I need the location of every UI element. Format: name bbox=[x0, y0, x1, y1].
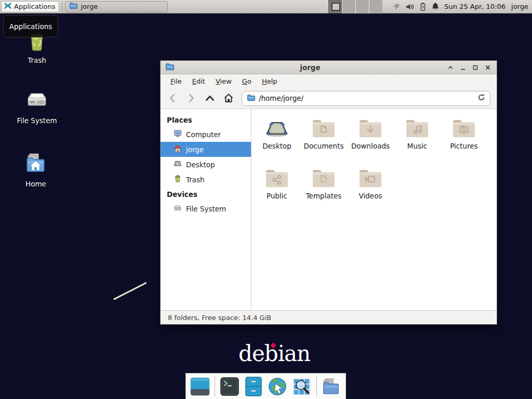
statusbar-text: 8 folders, Free space: 14.4 GiB bbox=[168, 314, 271, 322]
window-content: Places Computer jorge Desktop bbox=[161, 109, 497, 310]
home-icon bbox=[174, 144, 182, 154]
desktop-icon-home[interactable]: Home bbox=[12, 151, 60, 188]
window-title: jorge bbox=[178, 63, 442, 72]
pager-window-thumb bbox=[331, 3, 340, 11]
public-folder-icon bbox=[264, 167, 289, 190]
file-manager-button[interactable] bbox=[244, 377, 263, 396]
folder-label: Documents bbox=[304, 142, 344, 150]
templates-folder-icon bbox=[311, 167, 336, 190]
sidebar-item-jorge[interactable]: jorge bbox=[161, 142, 251, 157]
battery-icon[interactable] bbox=[419, 2, 427, 11]
taskbar-window-label: jorge bbox=[81, 3, 98, 10]
path-bar[interactable]: /home/jorge/ bbox=[242, 91, 490, 106]
web-browser-button[interactable] bbox=[268, 377, 287, 396]
sidebar-item-label: jorge bbox=[186, 145, 204, 154]
window-titlebar[interactable]: jorge bbox=[161, 61, 497, 74]
dock-separator bbox=[316, 376, 317, 397]
panel-clock[interactable]: Sun 25 Apr, 10:06 bbox=[444, 3, 506, 10]
applications-menu-button[interactable]: Applications bbox=[1, 1, 59, 12]
debian-logo: debian bbox=[238, 343, 310, 365]
computer-icon bbox=[174, 129, 182, 139]
directory-menu-button[interactable] bbox=[322, 377, 341, 396]
forward-button[interactable] bbox=[185, 92, 197, 104]
statusbar: 8 folders, Free space: 14.4 GiB bbox=[161, 310, 497, 324]
folder-label: Templates bbox=[306, 192, 342, 200]
notifications-bell-icon[interactable] bbox=[431, 2, 440, 11]
documents-folder-icon bbox=[311, 117, 336, 140]
workspace-4[interactable] bbox=[369, 0, 382, 14]
folder-label: Videos bbox=[359, 192, 382, 200]
reload-icon[interactable] bbox=[477, 94, 485, 103]
desktop-icon bbox=[174, 159, 182, 169]
sidebar-header-places: Places bbox=[161, 113, 251, 127]
window-folder-icon bbox=[165, 62, 174, 73]
applications-tooltip: Applications bbox=[3, 15, 58, 37]
sidebar-header-devices: Devices bbox=[161, 187, 251, 201]
close-button[interactable] bbox=[484, 63, 492, 72]
input-device-icon[interactable] bbox=[391, 2, 401, 11]
sidebar-item-desktop[interactable]: Desktop bbox=[161, 157, 251, 172]
show-desktop-button[interactable] bbox=[190, 377, 210, 396]
trash-icon bbox=[174, 175, 182, 184]
folder-item-music[interactable]: Music bbox=[394, 112, 441, 162]
shade-button[interactable] bbox=[446, 63, 455, 72]
stray-line-artifact bbox=[113, 282, 147, 300]
up-button[interactable] bbox=[204, 92, 216, 104]
application-finder-button[interactable] bbox=[292, 377, 312, 396]
folder-item-downloads[interactable]: Downloads bbox=[347, 112, 394, 162]
workspace-3[interactable] bbox=[355, 0, 369, 14]
music-folder-icon bbox=[405, 117, 430, 140]
menu-file[interactable]: File bbox=[165, 76, 187, 87]
applications-menu-label: Applications bbox=[14, 3, 55, 10]
folder-item-documents[interactable]: Documents bbox=[300, 112, 347, 162]
menubar: File Edit View Go Help bbox=[161, 74, 497, 88]
videos-folder-icon bbox=[358, 167, 383, 190]
desktop-icon bbox=[264, 117, 289, 140]
downloads-folder-icon bbox=[358, 117, 383, 140]
maximize-button[interactable] bbox=[471, 63, 480, 72]
home-button[interactable] bbox=[223, 92, 234, 104]
menu-view[interactable]: View bbox=[210, 76, 237, 87]
folder-item-desktop[interactable]: Desktop bbox=[254, 112, 300, 162]
menu-go[interactable]: Go bbox=[237, 76, 257, 87]
file-manager-window: jorge File Edit View Go Help bbox=[160, 60, 497, 325]
folder-item-templates[interactable]: Templates bbox=[300, 162, 347, 212]
folder-item-pictures[interactable]: Pictures bbox=[441, 112, 487, 162]
panel-handle[interactable] bbox=[60, 2, 64, 12]
sidebar-item-file-system[interactable]: File System bbox=[161, 201, 251, 216]
path-text[interactable]: /home/jorge/ bbox=[259, 94, 474, 102]
desktop-icon-label: Home bbox=[25, 180, 46, 188]
desktop-icon-label: Trash bbox=[28, 56, 46, 64]
desktop-icon-file-system[interactable]: File System bbox=[13, 87, 61, 125]
dock-separator bbox=[215, 376, 215, 397]
sidebar-item-label: Trash bbox=[186, 176, 205, 184]
volume-icon[interactable] bbox=[405, 2, 415, 11]
folder-label: Pictures bbox=[450, 142, 477, 150]
workspace-1[interactable] bbox=[328, 0, 342, 14]
taskbar-window-button[interactable]: jorge bbox=[65, 1, 168, 12]
folder-item-videos[interactable]: Videos bbox=[347, 162, 394, 212]
panel-username[interactable]: jorge bbox=[511, 3, 528, 10]
sidebar-item-trash[interactable]: Trash bbox=[161, 172, 251, 187]
sidebar: Places Computer jorge Desktop bbox=[161, 109, 251, 310]
bottom-dock bbox=[185, 373, 346, 399]
system-tray bbox=[391, 2, 440, 11]
sidebar-item-label: Desktop bbox=[186, 161, 215, 169]
drive-icon bbox=[174, 204, 182, 214]
back-button[interactable] bbox=[167, 92, 178, 104]
folder-item-public[interactable]: Public bbox=[254, 162, 300, 212]
desktop-icon-label: File System bbox=[17, 116, 57, 125]
workspace-2[interactable] bbox=[342, 0, 355, 14]
toolbar: /home/jorge/ bbox=[161, 88, 497, 109]
sidebar-item-computer[interactable]: Computer bbox=[161, 127, 251, 142]
xfce-menu-icon bbox=[4, 2, 12, 11]
folder-label: Desktop bbox=[262, 142, 291, 150]
terminal-button[interactable] bbox=[220, 377, 240, 396]
hard-drive-icon bbox=[24, 87, 49, 114]
sidebar-item-label: File System bbox=[186, 205, 226, 213]
menu-help[interactable]: Help bbox=[257, 76, 283, 87]
window-folder-icon bbox=[69, 2, 77, 11]
menu-edit[interactable]: Edit bbox=[187, 76, 210, 87]
folder-view: Desktop Documents Downloads Music bbox=[251, 109, 497, 310]
minimize-button[interactable] bbox=[459, 63, 467, 72]
